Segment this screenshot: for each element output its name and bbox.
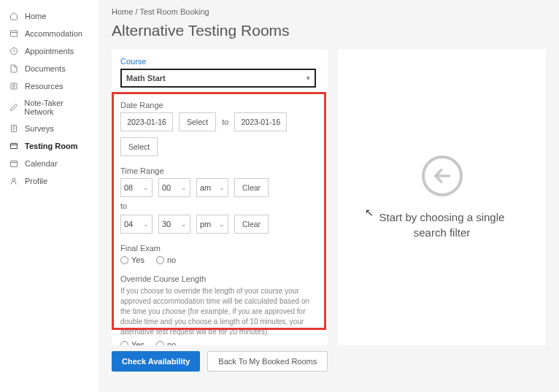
back-to-booked-rooms-button[interactable]: Back To My Booked Rooms: [207, 351, 328, 372]
chevron-down-icon: ⌄: [219, 220, 225, 228]
course-label[interactable]: Course: [120, 57, 319, 66]
chevron-down-icon: ⌄: [181, 220, 187, 228]
sidebar-item-label: Calendar: [25, 159, 58, 168]
sidebar-item-label: Surveys: [25, 124, 54, 133]
time-to-hour-select[interactable]: 04⌄: [120, 215, 153, 234]
time-from-clear-button[interactable]: Clear: [234, 178, 269, 197]
sidebar-item-label: Resources: [25, 82, 63, 91]
sidebar-item-documents[interactable]: Documents: [0, 60, 99, 77]
sidebar-item-label: Home: [25, 12, 46, 20]
chevron-down-icon: ⌄: [143, 184, 149, 191]
sidebar-item-resources[interactable]: Resources: [0, 77, 99, 95]
check-availability-button[interactable]: Check Availability: [112, 351, 200, 372]
time-range-label: Time Range: [120, 166, 319, 175]
course-select[interactable]: Math Start ▾: [120, 69, 316, 88]
accommodation-icon: [9, 28, 19, 39]
appointments-icon: [9, 46, 19, 56]
results-placeholder-panel: Start by choosing a single search filter: [338, 50, 546, 345]
svg-rect-5: [11, 144, 18, 149]
notetaker-icon: [9, 102, 18, 112]
date-range-to-text: to: [222, 118, 228, 126]
chevron-down-icon: ⌄: [143, 220, 149, 228]
home-icon: [9, 11, 19, 21]
sidebar-item-label: Note-Taker Network: [24, 99, 91, 116]
testing-room-icon: [9, 141, 19, 151]
final-exam-label: Final Exam: [120, 244, 319, 253]
sidebar: Home Accommodation Appointments Document…: [0, 0, 99, 392]
sidebar-item-label: Appointments: [25, 47, 74, 55]
svg-rect-6: [11, 161, 18, 167]
time-to-ampm-select[interactable]: pm⌄: [196, 215, 228, 234]
override-yes-radio[interactable]: Yes: [120, 340, 144, 345]
page-title: Alternative Testing Rooms: [112, 22, 546, 39]
time-to-clear-button[interactable]: Clear: [234, 215, 269, 234]
placeholder-message: Start by choosing a single search filter: [377, 210, 508, 240]
chevron-down-icon: ▾: [307, 74, 310, 82]
sidebar-item-testing-room[interactable]: Testing Room: [0, 137, 99, 155]
sidebar-item-notetaker[interactable]: Note-Taker Network: [0, 95, 99, 120]
sidebar-item-appointments[interactable]: Appointments: [0, 42, 99, 60]
date-range-label: Date Range: [120, 101, 319, 109]
date-to-input[interactable]: 2023-01-16: [234, 112, 287, 131]
calendar-icon: [9, 158, 19, 169]
date-from-select-button[interactable]: Select: [179, 112, 216, 131]
profile-icon: [9, 176, 19, 186]
sidebar-item-label: Documents: [25, 64, 66, 73]
sidebar-item-calendar[interactable]: Calendar: [0, 155, 99, 172]
documents-icon: [9, 64, 19, 74]
final-exam-no-radio[interactable]: no: [156, 255, 176, 264]
sidebar-item-home[interactable]: Home: [0, 7, 99, 25]
chevron-down-icon: ⌄: [181, 184, 187, 191]
svg-point-7: [12, 178, 15, 181]
svg-rect-0: [11, 31, 18, 36]
sidebar-item-profile[interactable]: Profile: [0, 172, 99, 190]
override-no-radio[interactable]: no: [156, 340, 176, 345]
sidebar-item-surveys[interactable]: Surveys: [0, 120, 99, 137]
time-from-min-select[interactable]: 00⌄: [158, 178, 190, 197]
arrow-left-icon: [422, 155, 463, 196]
time-to-min-select[interactable]: 30⌄: [158, 215, 190, 234]
chevron-down-icon: ⌄: [219, 184, 225, 191]
resources-icon: [9, 81, 19, 91]
course-value: Math Start: [126, 74, 166, 82]
surveys-icon: [9, 123, 19, 134]
breadcrumb[interactable]: Home / Test Room Booking: [112, 7, 546, 16]
date-from-input[interactable]: 2023-01-16: [120, 112, 173, 131]
override-length-label: Override Course Length: [120, 274, 319, 283]
sidebar-item-label: Accommodation: [25, 29, 82, 38]
time-from-ampm-select[interactable]: am⌄: [196, 178, 228, 197]
time-from-hour-select[interactable]: 08⌄: [120, 178, 153, 197]
sidebar-item-accommodation[interactable]: Accommodation: [0, 25, 99, 42]
main-content: Home / Test Room Booking Alternative Tes…: [99, 0, 559, 392]
search-form-panel: Course Math Start ▾ Date Range 2023-01-1…: [112, 50, 328, 345]
final-exam-yes-radio[interactable]: Yes: [120, 255, 144, 264]
sidebar-item-label: Profile: [25, 177, 47, 185]
date-to-select-button[interactable]: Select: [120, 137, 158, 156]
sidebar-item-label: Testing Room: [25, 142, 78, 150]
time-range-to-text: to: [120, 201, 319, 210]
override-length-help: If you choose to override the length of …: [120, 286, 319, 337]
